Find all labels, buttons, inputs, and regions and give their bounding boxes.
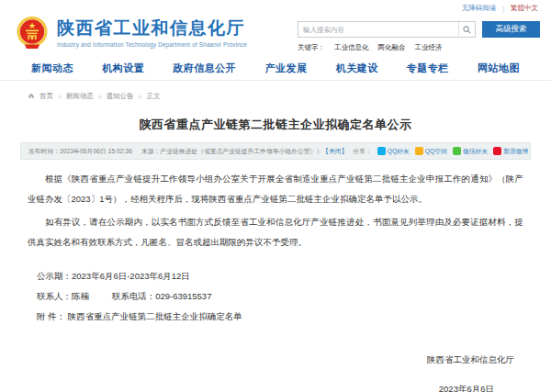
article-paragraph: 根据《陕西省重点产业链提升工作领导小组办公室关于开展全省制造业重点产业链第二批链…	[28, 169, 523, 208]
hot-keywords: 关键字： 工业信息化 两化融合 工业经济	[298, 43, 540, 52]
breadcrumb-current: 正文	[146, 92, 160, 101]
main-nav: 新闻动态 机构设置 政府信息公开 产业发展 机关建设 专题专栏 网站地图	[0, 56, 551, 81]
search-icon[interactable]	[458, 22, 475, 37]
breadcrumb: 首页 > 新闻动态 > 通知公告 > 正文	[0, 81, 551, 101]
site-logo-home-link[interactable]: 陕西省工业和信息化厅 Industry and Information Tech…	[14, 15, 247, 52]
contact-phone: 联系电话：029-63915537	[112, 291, 212, 301]
national-emblem-logo	[14, 15, 51, 52]
search-box	[298, 21, 476, 38]
keywords-label: 关键字：	[298, 43, 325, 52]
share-qq-friends[interactable]: QQ好友	[377, 147, 410, 156]
traditional-chinese-link[interactable]: 繁體中文	[511, 4, 538, 13]
qq-icon	[377, 147, 386, 155]
breadcrumb-news[interactable]: 新闻动态	[66, 92, 94, 101]
breadcrumb-separator: >	[139, 94, 142, 100]
attachment-label: 附 件：	[37, 311, 65, 321]
nav-item-sitemap[interactable]: 网站地图	[478, 62, 520, 75]
article-source: 来源：产业链推进处（省重点产业链提升工作领导小组办公室））	[141, 147, 322, 156]
share-weibo[interactable]: 新浪微博	[493, 147, 528, 156]
nav-item-special-topics[interactable]: 专题专栏	[407, 62, 449, 75]
publicity-period: 公示期：2023年6月6日-2023年6月12日	[37, 266, 523, 286]
article-meta-bar: 发布时间：2023年06月06日 15:02:36 来源：产业链推进处（省重点产…	[20, 142, 531, 160]
signature-block: 陕西省工业和信息化厅 2023年6月6日	[0, 354, 551, 392]
qzone-icon	[415, 147, 423, 155]
search-input[interactable]	[298, 22, 458, 37]
nav-item-news[interactable]: 新闻动态	[31, 62, 73, 75]
weibo-icon	[493, 147, 501, 155]
breadcrumb-notices[interactable]: 通知公告	[107, 92, 134, 101]
contact-person: 联系人：陈楠	[37, 291, 89, 301]
keyword-link-industry-info[interactable]: 工业信息化	[334, 43, 369, 52]
article-details: 公示期：2023年6月6日-2023年6月12日 联系人：陈楠 联系电话：029…	[37, 266, 523, 327]
close-button[interactable]: 【关闭】	[322, 147, 347, 156]
article-paragraph: 如有异议，请在公示期内，以实名书面方式反馈至省工业和信息化厅产业链推进处，书面意…	[28, 212, 523, 252]
keyword-link-industrial-economy[interactable]: 工业经济	[415, 43, 443, 52]
signature-date: 2023年6月6日	[0, 384, 551, 392]
site-header: 陕西省工业和信息化厅 Industry and Information Tech…	[0, 13, 551, 56]
nav-item-gov-info[interactable]: 政府信息公开	[173, 62, 236, 75]
home-icon	[28, 92, 35, 101]
breadcrumb-separator: >	[58, 94, 62, 100]
attachment-link[interactable]: 陕西省重点产业链第二批链主企业拟确定名单	[68, 311, 242, 321]
site-title: 陕西省工业和信息化厅	[57, 19, 247, 39]
share-wechat[interactable]: 微信好友	[453, 147, 488, 156]
article-body: 根据《陕西省重点产业链提升工作领导小组办公室关于开展全省制造业重点产业链第二批链…	[28, 169, 523, 252]
topbar-divider: |	[502, 6, 504, 12]
breadcrumb-home[interactable]: 首页	[39, 92, 53, 101]
share-label: 分享：	[353, 147, 371, 156]
breadcrumb-separator: >	[98, 94, 102, 100]
accessibility-link[interactable]: 无障碍阅读	[462, 4, 497, 13]
wechat-icon	[453, 147, 461, 155]
site-subtitle: Industry and Information Technology Depa…	[57, 41, 247, 48]
search-area: 高级搜索 关键字： 工业信息化 两化融合 工业经济	[298, 15, 540, 52]
attachment-row: 附 件： 陕西省重点产业链第二批链主企业拟确定名单	[37, 307, 523, 327]
keyword-link-integration[interactable]: 两化融合	[378, 43, 406, 52]
advanced-search-button[interactable]: 高级搜索	[482, 21, 540, 38]
publish-time: 发布时间：2023年06月06日 15:02:36	[28, 147, 132, 156]
signature-department: 陕西省工业和信息化厅	[0, 354, 551, 366]
article-title: 陕西省重点产业链第二批链主企业拟确定名单公示	[0, 117, 551, 133]
contact-row: 联系人：陈楠 联系电话：029-63915537	[37, 286, 523, 307]
nav-item-agency-building[interactable]: 机关建设	[336, 62, 378, 75]
top-utility-bar: 无障碍阅读 | 繁體中文	[0, 0, 551, 13]
share-qzone[interactable]: QQ空间	[415, 147, 447, 156]
nav-item-organization[interactable]: 机构设置	[102, 62, 144, 75]
nav-item-industry-development[interactable]: 产业发展	[264, 62, 307, 75]
